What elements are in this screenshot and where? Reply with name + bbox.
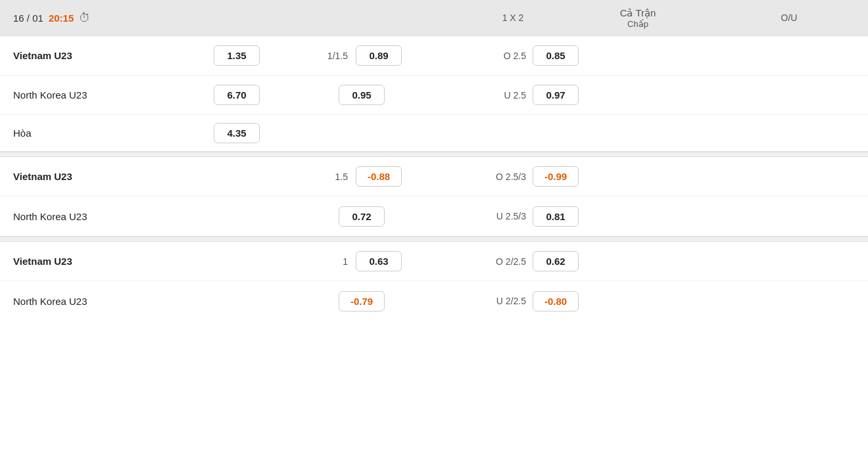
ou-label: U 2.5 <box>480 90 526 101</box>
column-headers: 1 X 2 Cả Trận Chấp O/U <box>473 7 855 29</box>
chap-odds-box[interactable]: 0.89 <box>356 45 402 66</box>
odds-box-1x2[interactable]: 1.35 <box>214 45 260 66</box>
match-section-1: Vietnam U231.351/1.50.89O 2.50.85North K… <box>0 36 868 152</box>
bet-row-3-1: Vietnam U2310.63O 2/2.50.62 <box>0 242 868 281</box>
bet-row-1-3: Hòa4.35 <box>0 115 868 151</box>
ou-odds-box[interactable]: 0.85 <box>533 45 579 66</box>
team-name: North Korea U23 <box>13 211 197 222</box>
odds-box-1x2[interactable]: 4.35 <box>214 123 260 143</box>
chap-odds-box[interactable]: -0.79 <box>339 291 385 311</box>
chap-odds-box[interactable]: 0.63 <box>356 251 402 271</box>
chap-section: 10.63 <box>276 251 447 271</box>
ou-label: U 2/2.5 <box>480 296 526 306</box>
ou-section: O 2/2.50.62 <box>447 251 579 271</box>
chap-section: 1.5-0.88 <box>276 166 447 187</box>
col-header-ca-tran: Cả Trận Chấp <box>552 7 723 29</box>
header-row: 16 / 01 20:15 ⏱ 1 X 2 Cả Trận Chấp O/U <box>0 0 868 36</box>
ou-section: U 2.50.97 <box>447 85 579 105</box>
ou-section: O 2.50.85 <box>447 45 579 66</box>
chap-odds-box[interactable]: 0.72 <box>339 206 385 227</box>
bet-row-2-2: North Korea U230.72U 2.5/30.81 <box>0 196 868 236</box>
match-time: 20:15 <box>49 12 74 24</box>
bet-row-1-2: North Korea U236.700.95U 2.50.97 <box>0 76 868 115</box>
ou-odds-box[interactable]: -0.99 <box>533 166 579 187</box>
ca-tran-main-label: Cả Trận <box>552 7 723 19</box>
bet-row-3-2: North Korea U23-0.79U 2/2.5-0.80 <box>0 281 868 321</box>
team-name: Vietnam U23 <box>13 50 197 61</box>
ou-label: O 2.5 <box>480 51 526 61</box>
match-date: 16 / 01 <box>13 12 43 24</box>
team-name: North Korea U23 <box>13 296 197 307</box>
team-name: Vietnam U23 <box>13 171 197 182</box>
bet-row-2-1: Vietnam U231.5-0.88O 2.5/3-0.99 <box>0 157 868 196</box>
team-name: Hòa <box>13 127 197 139</box>
col-header-ou: O/U <box>723 12 855 23</box>
chap-odds-box[interactable]: 0.95 <box>339 85 385 105</box>
match-section-2: Vietnam U231.5-0.88O 2.5/3-0.99North Kor… <box>0 157 868 237</box>
chap-section: 1/1.50.89 <box>276 45 447 66</box>
col-header-1x2: 1 X 2 <box>473 12 552 23</box>
ou-odds-box[interactable]: 0.62 <box>533 251 579 271</box>
main-container: 16 / 01 20:15 ⏱ 1 X 2 Cả Trận Chấp O/U V… <box>0 0 868 460</box>
ou-label: O 2.5/3 <box>480 172 526 182</box>
ca-tran-sub-label: Chấp <box>552 19 723 29</box>
ou-label: O 2/2.5 <box>480 256 526 267</box>
odds-1x2[interactable]: 6.70 <box>197 85 276 105</box>
ou-label: U 2.5/3 <box>480 211 526 221</box>
chap-odds-box[interactable]: -0.88 <box>356 166 402 187</box>
chap-section: 0.72 <box>276 206 447 227</box>
chap-label: 1/1.5 <box>322 51 348 61</box>
chap-section: -0.79 <box>276 291 447 311</box>
team-name: Vietnam U23 <box>13 256 197 267</box>
date-time-block: 16 / 01 20:15 ⏱ <box>13 11 145 25</box>
section-divider <box>0 152 868 157</box>
match-section-3: Vietnam U2310.63O 2/2.50.62North Korea U… <box>0 242 868 321</box>
chap-label: 1 <box>322 256 348 267</box>
ou-odds-box[interactable]: 0.97 <box>533 85 579 105</box>
ou-section: U 2/2.5-0.80 <box>447 291 579 311</box>
ou-odds-box[interactable]: 0.81 <box>533 206 579 227</box>
chap-section: 0.95 <box>276 85 447 105</box>
ou-section: U 2.5/30.81 <box>447 206 579 227</box>
odds-1x2[interactable]: 1.35 <box>197 45 276 66</box>
sections-container: Vietnam U231.351/1.50.89O 2.50.85North K… <box>0 36 868 321</box>
chap-label: 1.5 <box>322 172 348 182</box>
ou-odds-box[interactable]: -0.80 <box>533 291 579 311</box>
ou-section: O 2.5/3-0.99 <box>447 166 579 187</box>
odds-1x2[interactable]: 4.35 <box>197 123 276 143</box>
clock-icon: ⏱ <box>79 11 91 25</box>
section-divider <box>0 237 868 242</box>
odds-box-1x2[interactable]: 6.70 <box>214 85 260 105</box>
bet-row-1-1: Vietnam U231.351/1.50.89O 2.50.85 <box>0 36 868 76</box>
team-name: North Korea U23 <box>13 89 197 101</box>
